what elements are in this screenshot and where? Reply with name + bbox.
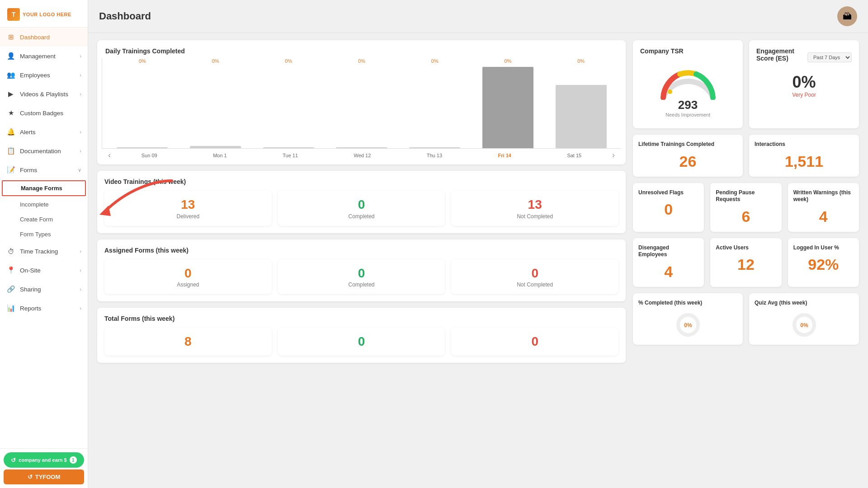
total-forms-stats: 8 0 0 [104,328,618,356]
active-users-title: Active Users [716,244,776,252]
sharing-icon: 🔗 [6,285,15,294]
sidebar-item-label: Videos & Playlists [20,91,68,98]
submenu-incomplete[interactable]: Incomplete [0,197,88,212]
svg-point-0 [668,89,672,94]
chart-percentage: 0% [212,58,219,64]
sidebar-item-label: Time Tracking [20,248,58,255]
sidebar-item-label: Forms [20,167,37,174]
sidebar-item-forms[interactable]: 📝 Forms ∨ [0,160,88,179]
video-trainings-title: Video Trainings (this week) [104,178,618,185]
completed-quiz-row: % Completed (this week) 0% Quiz Avg (thi… [633,293,859,345]
written-warnings-value: 4 [793,208,854,225]
unresolved-flags-title: Unresolved Flags [638,189,698,197]
videos-icon: ▶ [6,89,15,99]
video-not-completed-value: 13 [457,197,613,212]
chart-column: 0% [325,58,398,148]
chart-day-label: Fri 14 [498,153,511,158]
logged-in-pct-value: 92% [793,256,854,273]
chevron-right-icon: › [80,53,81,59]
tyfoom-button[interactable]: ↺ TYFOOM [4,469,84,484]
total-forms-val2-stat: 0 [278,328,445,356]
submenu-create-form[interactable]: Create Form [0,212,88,227]
svg-text:0%: 0% [684,322,692,328]
video-delivered-value: 13 [110,197,266,212]
chart-bar [556,85,607,148]
sidebar-item-on-site[interactable]: 📍 On-Site › [0,261,88,280]
sidebar-item-documentation[interactable]: 📋 Documentation › [0,141,88,160]
time-tracking-icon: ⏱ [6,247,15,256]
dashboard-content: Daily Trainings Completed 0%0%0%0%0%0%0%… [88,33,868,488]
main-area: Dashboard 🏔 Daily Trainings Completed 0%… [88,0,868,488]
video-completed-value: 0 [283,197,440,212]
chart-bar [336,147,387,148]
sidebar-item-custom-badges[interactable]: ★ Custom Badges [0,103,88,122]
badges-icon: ★ [6,108,15,117]
es-value: 0% [756,73,852,92]
sidebar-item-label: Alerts [20,129,36,136]
sidebar-item-dashboard[interactable]: ⊞ Dashboard [0,28,88,47]
active-users-value: 12 [716,256,776,273]
users-row: Disengaged Employees 4 Active Users 12 L… [633,238,859,287]
sidebar-item-employees[interactable]: 👥 Employees › [0,66,88,84]
user-avatar[interactable]: 🏔 [837,6,857,26]
chevron-right-icon: › [80,148,81,154]
total-forms-val1: 8 [110,334,266,349]
sidebar-item-alerts[interactable]: 🔔 Alerts › [0,122,88,141]
total-forms-title: Total Forms (this week) [104,315,618,322]
documentation-icon: 📋 [6,146,15,155]
tsr-sub: Needs Improvement [665,112,710,117]
video-delivered-stat: 13 Delivered [104,191,272,226]
chart-prev-button[interactable]: ‹ [105,150,113,160]
chevron-right-icon: › [80,267,81,273]
chevron-right-icon: › [80,286,81,292]
company-tsr-title: Company TSR [640,47,736,55]
interactions-card: Interactions 1,511 [749,135,859,177]
chart-bar [263,147,314,148]
sidebar-item-management[interactable]: 👤 Management › [0,47,88,66]
pending-pause-value: 6 [716,208,776,225]
chart-bar [117,147,168,148]
total-forms-val3-stat: 0 [451,328,618,356]
refer-button[interactable]: ↺ company and earn $ 1 [4,452,84,468]
chart-bar [409,147,460,148]
submenu-form-types[interactable]: Form Types [0,227,88,242]
chart-next-button[interactable]: › [609,150,618,160]
sidebar-item-sharing[interactable]: 🔗 Sharing › [0,280,88,299]
chart-bar [190,146,241,148]
total-forms-val3: 0 [457,334,613,349]
chart-percentage: 0% [358,58,365,64]
sidebar-item-label: Dashboard [20,34,50,41]
submenu-manage-forms[interactable]: Manage Forms [2,180,86,196]
lifetime-trainings-card: Lifetime Trainings Completed 26 [633,135,743,177]
assigned-stat: 0 Assigned [104,259,272,295]
logged-in-pct-title: Logged In User % [793,244,854,252]
es-sub: Very Poor [756,92,852,98]
sidebar-item-videos[interactable]: ▶ Videos & Playlists › [0,84,88,103]
sidebar-item-label: Employees [20,72,50,79]
assigned-forms-stats: 0 Assigned 0 Completed 0 Not Completed [104,259,618,295]
sidebar-item-reports[interactable]: 📊 Reports › [0,299,88,318]
refer-label: company and earn $ [19,457,66,463]
video-trainings-stats: 13 Delivered 0 Completed 13 Not Complete… [104,191,618,226]
written-warnings-card: Written Warnings (this week) 4 [788,183,859,232]
es-dropdown[interactable]: Past 7 Days [807,52,852,62]
chart-bar [482,67,533,148]
forms-completed-value: 0 [283,266,440,281]
engagement-score-title: Engagement Score (ES) [756,47,807,62]
logo-area: T YOUR LOGO HERE [0,0,88,28]
sidebar-item-time-tracking[interactable]: ⏱ Time Tracking › [0,242,88,261]
forms-completed-stat: 0 Completed [278,259,445,295]
chart-nav: ‹ Sun 09Mon 1Tue 11Wed 12Thu 13Fri 14Sat… [102,149,621,160]
logo-text: YOUR LOGO HERE [23,12,71,17]
disengaged-value: 4 [638,263,698,281]
written-warnings-title: Written Warnings (this week) [793,189,854,203]
alerts-icon: 🔔 [6,127,15,136]
chart-day-label: Mon 1 [213,153,227,158]
logged-in-pct-card: Logged In User % 92% [788,238,859,287]
sidebar-item-label: Sharing [20,286,41,293]
management-icon: 👤 [6,52,15,61]
chevron-down-icon: ∨ [78,167,81,173]
assigned-forms-title: Assigned Forms (this week) [104,247,618,254]
chevron-right-icon: › [80,129,81,135]
tyfoom-icon: ↺ [28,474,33,480]
